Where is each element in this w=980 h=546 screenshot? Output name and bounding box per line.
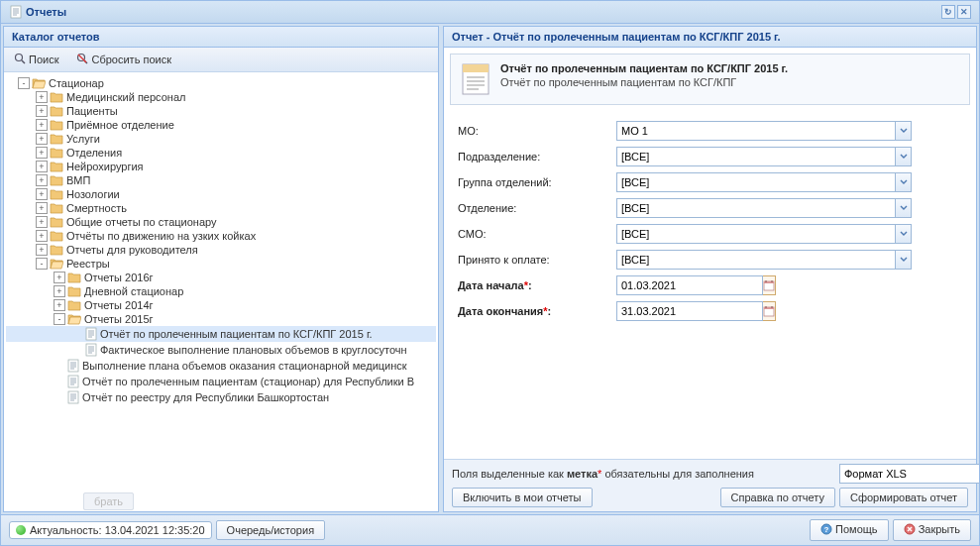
chevron-down-icon[interactable] bbox=[895, 250, 912, 270]
tree-node-label: Отчеты 2015г bbox=[84, 313, 154, 325]
tree-node[interactable]: +Дневной стационар bbox=[6, 284, 436, 298]
queue-history-button[interactable]: Очередь/история bbox=[216, 520, 326, 540]
chevron-down-icon[interactable] bbox=[895, 121, 912, 141]
folder-icon bbox=[50, 133, 63, 145]
chevron-down-icon[interactable] bbox=[895, 172, 912, 192]
expander-icon[interactable]: + bbox=[36, 133, 48, 145]
tree-node-label: Медицинский персонал bbox=[66, 91, 185, 103]
tree-node[interactable]: +Отчеты 2016г bbox=[6, 271, 436, 284]
search-button[interactable]: Поиск bbox=[10, 51, 62, 68]
tree-node-label: Отчеты для руководителя bbox=[66, 244, 198, 256]
folder-icon bbox=[67, 272, 81, 283]
expander-icon[interactable]: + bbox=[36, 105, 48, 117]
catalog-panel: Каталог отчетов Поиск Сбросить поиск -Ст… bbox=[3, 26, 439, 512]
close-button[interactable]: Закрыть bbox=[893, 519, 971, 541]
folder-icon bbox=[67, 313, 81, 325]
mo-combo[interactable] bbox=[616, 121, 912, 141]
tree-node[interactable]: +Приёмное отделение bbox=[6, 118, 436, 132]
paid-combo[interactable] bbox=[616, 250, 912, 270]
tree-node[interactable]: -Стационар bbox=[6, 76, 436, 90]
tree-node[interactable]: +Отчёты по движению на узких койках bbox=[6, 229, 436, 243]
refresh-icon[interactable]: ↻ bbox=[941, 5, 955, 19]
expander-icon[interactable]: + bbox=[36, 188, 48, 200]
tree-node-label: Пациенты bbox=[66, 105, 118, 117]
tree-node[interactable]: -Реестры bbox=[6, 257, 436, 271]
build-report-button[interactable]: Сформировать отчет bbox=[839, 488, 968, 507]
tree-node[interactable]: +Нозологии bbox=[6, 187, 436, 201]
help-button[interactable]: Помощь bbox=[810, 519, 889, 541]
smo-label: СМО: bbox=[458, 228, 616, 240]
date-from-field[interactable] bbox=[616, 275, 763, 295]
expander-icon[interactable]: + bbox=[36, 147, 48, 159]
paid-input[interactable] bbox=[616, 250, 895, 270]
expander-icon[interactable]: + bbox=[36, 161, 48, 172]
report-form: МО: Подразделение: Г bbox=[450, 117, 970, 453]
tree-node[interactable]: +Нейрохирургия bbox=[6, 160, 436, 173]
dept-combo[interactable] bbox=[616, 198, 912, 218]
expander-icon[interactable]: + bbox=[36, 119, 48, 131]
expander-icon[interactable]: + bbox=[36, 244, 48, 256]
calendar-icon[interactable] bbox=[763, 301, 776, 321]
expander-icon[interactable]: + bbox=[54, 299, 65, 311]
expander-icon[interactable]: - bbox=[54, 313, 65, 325]
tree-node[interactable]: Отчёт по реестру для Республики Башкорто… bbox=[6, 389, 436, 405]
expander-icon[interactable]: + bbox=[36, 174, 48, 186]
tree-node[interactable]: +Смертность bbox=[6, 201, 436, 215]
close-window-icon[interactable]: ✕ bbox=[957, 5, 971, 19]
chevron-down-icon[interactable] bbox=[895, 147, 912, 166]
dept-input[interactable] bbox=[616, 198, 895, 218]
calendar-icon[interactable] bbox=[763, 275, 776, 295]
tree-node[interactable]: Фактическое выполнение плановых объемов … bbox=[6, 342, 436, 358]
expander-icon[interactable]: + bbox=[36, 202, 48, 214]
smo-input[interactable] bbox=[616, 224, 895, 244]
tree-node[interactable]: +Отчеты для руководителя bbox=[6, 243, 436, 257]
format-input[interactable] bbox=[839, 464, 979, 484]
tree-node-label: Отделения bbox=[66, 147, 122, 159]
tree-node[interactable]: Выполнение плана объемов оказания стацио… bbox=[6, 358, 436, 374]
expander-icon[interactable]: + bbox=[36, 216, 48, 228]
tree-node[interactable]: Отчёт по пролеченным пациентам (стациона… bbox=[6, 374, 436, 389]
reset-search-icon bbox=[76, 53, 88, 66]
date-from-input[interactable] bbox=[616, 275, 763, 295]
expander-icon bbox=[54, 360, 65, 372]
expander-icon[interactable]: + bbox=[36, 230, 48, 242]
subdiv-combo[interactable] bbox=[616, 147, 912, 166]
chevron-down-icon[interactable] bbox=[895, 198, 912, 218]
tree-node-label: Приёмное отделение bbox=[66, 119, 174, 131]
tree-node[interactable]: +Отчеты 2014г bbox=[6, 298, 436, 312]
expander-icon[interactable]: + bbox=[54, 272, 65, 283]
dept-label: Отделение: bbox=[458, 202, 616, 214]
group-combo[interactable] bbox=[616, 172, 912, 192]
report-panel-title: Отчет - Отчёт по пролеченным пациентам п… bbox=[444, 27, 976, 48]
tree-node[interactable]: +Отделения bbox=[6, 146, 436, 160]
add-to-my-reports-button[interactable]: Включить в мои отчеты bbox=[452, 488, 593, 507]
tree-node[interactable]: +Общие отчеты по стационару bbox=[6, 215, 436, 229]
tree-node[interactable]: +Медицинский персонал bbox=[6, 90, 436, 104]
format-combo[interactable] bbox=[839, 464, 968, 484]
mo-input[interactable] bbox=[616, 121, 895, 141]
tree-node-label: Отчёты по движению на узких койках bbox=[66, 230, 256, 242]
chevron-down-icon[interactable] bbox=[895, 224, 912, 244]
tree-node[interactable]: +Пациенты bbox=[6, 104, 436, 118]
date-to-field[interactable] bbox=[616, 301, 763, 321]
status-pill[interactable]: Актуальность: 13.04.2021 12:35:20 bbox=[9, 521, 212, 539]
document-icon bbox=[67, 359, 79, 373]
expander-icon[interactable]: + bbox=[36, 91, 48, 103]
subdiv-label: Подразделение: bbox=[458, 151, 616, 163]
expander-icon[interactable]: + bbox=[54, 285, 65, 297]
expander-icon[interactable]: - bbox=[36, 258, 48, 270]
expander-icon[interactable]: - bbox=[18, 77, 30, 89]
tree-node[interactable]: +Услуги bbox=[6, 132, 436, 146]
tree-node[interactable]: -Отчеты 2015г bbox=[6, 312, 436, 326]
tree-node[interactable]: Отчёт по пролеченным пациентам по КСГ/КП… bbox=[6, 326, 436, 342]
date-to-input[interactable] bbox=[616, 301, 763, 321]
report-help-button[interactable]: Справка по отчету bbox=[720, 488, 835, 507]
expander-icon bbox=[54, 391, 65, 403]
reset-search-button[interactable]: Сбросить поиск bbox=[72, 51, 174, 68]
report-tree[interactable]: -Стационар+Медицинский персонал+Пациенты… bbox=[4, 72, 438, 493]
smo-combo[interactable] bbox=[616, 224, 912, 244]
subdiv-input[interactable] bbox=[616, 147, 895, 166]
tree-node[interactable]: +ВМП bbox=[6, 173, 436, 187]
group-input[interactable] bbox=[616, 172, 895, 192]
tree-node-label: Нозологии bbox=[66, 188, 120, 200]
